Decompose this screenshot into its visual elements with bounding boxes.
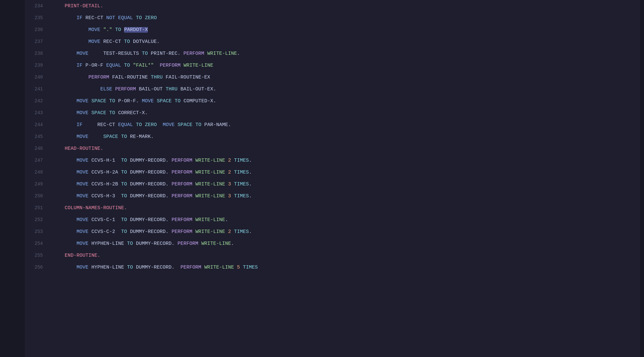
- token: [192, 122, 195, 128]
- line-number: 236: [25, 24, 49, 36]
- token: [53, 181, 77, 187]
- line-content: IF P-OR-F EQUAL TO "FAIL*" PERFORM WRITE…: [49, 60, 640, 72]
- token: TIMES: [234, 181, 249, 187]
- token: DUMMY-RECORD.: [133, 265, 180, 270]
- token: BAIL-OUT-EX.: [177, 86, 216, 92]
- token: END-ROUTINE.: [53, 253, 100, 258]
- token: CCVS-H-2A: [88, 170, 121, 175]
- token: [118, 134, 121, 140]
- token: WRITE-LINE: [183, 63, 213, 68]
- token: [133, 122, 136, 128]
- token: [53, 134, 77, 140]
- token: .: [249, 158, 252, 163]
- code-line: 244 IF REC-CT EQUAL TO ZERO MOVE SPACE T…: [25, 119, 640, 131]
- token: PRINT-REC.: [148, 51, 183, 56]
- token: HYPHEN-LINE: [88, 265, 127, 270]
- token: MOVE: [77, 51, 88, 56]
- token: TO: [127, 241, 133, 246]
- token: MOVE: [77, 217, 88, 223]
- token: [53, 217, 77, 223]
- token: [192, 158, 195, 163]
- token: MOVE: [163, 122, 175, 128]
- token: [106, 110, 109, 116]
- token: [180, 63, 183, 68]
- scrollbar-right[interactable]: [640, 0, 644, 357]
- token: [231, 158, 234, 163]
- token: PERFORM: [172, 181, 192, 187]
- token: THRU: [151, 75, 163, 80]
- token: DUMMY-RECORD.: [127, 229, 172, 235]
- token: WRITE-LINE: [204, 265, 234, 270]
- line-content: MOVE CCVS-C-2 TO DUMMY-RECORD. PERFORM W…: [49, 226, 640, 238]
- token: MOVE: [77, 193, 88, 199]
- code-line: 240 PERFORM FAIL-ROUTINE THRU FAIL-ROUTI…: [25, 71, 640, 83]
- token: TIMES: [234, 170, 249, 175]
- code-line: 234 PRINT-DETAIL.: [25, 0, 640, 12]
- line-content: IF REC-CT NOT EQUAL TO ZERO: [49, 12, 640, 24]
- line-content: COLUMN-NAMES-ROUTINE.: [49, 202, 640, 214]
- token: 2: [228, 170, 231, 175]
- token: [225, 158, 228, 163]
- token: MOVE: [142, 98, 154, 104]
- line-number: 252: [25, 214, 49, 226]
- token: MOVE: [77, 181, 88, 187]
- token: IF: [77, 15, 82, 21]
- code-line: 242 MOVE SPACE TO P-OR-F. MOVE SPACE TO …: [25, 95, 640, 107]
- token: ZERO: [145, 122, 157, 128]
- code-line: 239 IF P-OR-F EQUAL TO "FAIL*" PERFORM W…: [25, 59, 640, 71]
- token: [53, 110, 77, 116]
- token: CORRECT-X.: [115, 110, 148, 116]
- line-content: MOVE SPACE TO RE-MARK.: [49, 131, 640, 143]
- token: DUMMY-RECORD.: [127, 217, 172, 223]
- token: [225, 229, 228, 235]
- line-content: MOVE HYPHEN-LINE TO DUMMY-RECORD. PERFOR…: [49, 262, 640, 274]
- line-number: 254: [25, 238, 49, 249]
- code-line: 238 MOVE TEST-RESULTS TO PRINT-REC. PERF…: [25, 48, 640, 59]
- line-content: MOVE CCVS-H-2A TO DUMMY-RECORD. PERFORM …: [49, 167, 640, 178]
- line-number: 256: [25, 261, 49, 273]
- token: [225, 170, 228, 175]
- token: PERFORM: [177, 241, 198, 246]
- token: MOVE: [77, 265, 88, 270]
- token: [53, 63, 77, 68]
- line-number: 246: [25, 143, 49, 154]
- token: MOVE: [77, 110, 88, 116]
- token: [201, 265, 204, 270]
- token: WRITE-LINE: [195, 229, 225, 235]
- token: CCVS-H-3: [88, 193, 121, 199]
- token: [100, 27, 103, 33]
- token: [234, 265, 237, 270]
- token: [192, 193, 195, 199]
- token: TO: [121, 181, 127, 187]
- token: CCVS-H-1: [88, 158, 121, 163]
- token: [192, 181, 195, 187]
- token: [175, 122, 177, 128]
- code-line: 243 MOVE SPACE TO CORRECT-X.: [25, 107, 640, 119]
- token: [142, 15, 145, 21]
- token: TIMES: [243, 265, 258, 270]
- token: [154, 98, 157, 104]
- token: [240, 265, 243, 270]
- token: [53, 51, 77, 56]
- token: TO: [109, 98, 115, 104]
- token: [53, 15, 77, 21]
- token: PERFORM: [172, 217, 192, 223]
- token: WRITE-LINE: [195, 193, 225, 199]
- token: FAIL-ROUTINE-EX: [163, 75, 210, 80]
- token: "FAIL*": [133, 63, 154, 68]
- token: [53, 39, 88, 45]
- token: MOVE: [88, 39, 100, 45]
- line-content: MOVE CCVS-C-1 TO DUMMY-RECORD. PERFORM W…: [49, 214, 640, 226]
- code-line: 245 MOVE SPACE TO RE-MARK.: [25, 131, 640, 143]
- token: DUMMY-RECORD.: [127, 170, 172, 175]
- line-number: 255: [25, 249, 49, 261]
- token: PERFORM: [172, 158, 192, 163]
- token: PERFORM: [115, 86, 136, 92]
- token: PERFORM: [172, 229, 192, 235]
- token: [115, 15, 118, 21]
- token: [53, 229, 77, 235]
- code-area[interactable]: 234 PRINT-DETAIL.235 IF REC-CT NOT EQUAL…: [25, 0, 640, 357]
- token: DUMMY-RECORD.: [127, 181, 172, 187]
- token: [53, 75, 88, 80]
- token: [231, 193, 234, 199]
